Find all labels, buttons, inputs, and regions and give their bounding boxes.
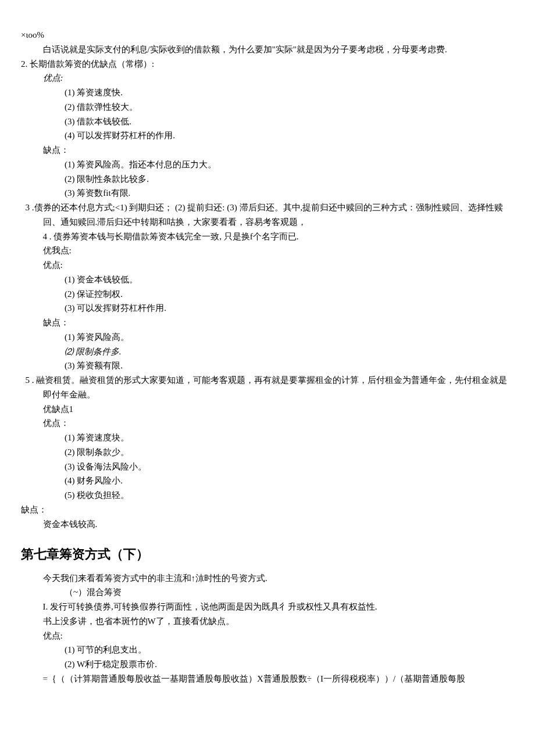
text-line: 优点: bbox=[21, 258, 514, 273]
list-item: (2) 保证控制权. bbox=[21, 287, 514, 302]
text-line: 书上没多讲，也省本斑竹的W了，直接看优缺点。 bbox=[21, 614, 514, 629]
text-line: 优我点: bbox=[21, 243, 514, 258]
text-line: 优点: bbox=[21, 629, 514, 643]
list-item: (1) 筹资风险高。指还本付息的压力大。 bbox=[21, 157, 514, 172]
list-item: (3) 设备海法风险小。 bbox=[21, 460, 514, 474]
text-line: 优点： bbox=[21, 416, 514, 431]
list-item: (5) 税收负担轻。 bbox=[21, 488, 514, 503]
text-line: 2. 长期借款筹资的优缺点（常槨）: bbox=[21, 57, 514, 71]
list-item: (3) 借款本钱较低. bbox=[21, 114, 514, 129]
text-line: 缺点： bbox=[21, 316, 514, 330]
text-line: 白话说就是实际支付的利息/实际收到的借款额，为什么要加"实际"就是因为分子要考虑… bbox=[21, 42, 514, 57]
list-item: (1) 可节的利息支出。 bbox=[21, 643, 514, 657]
text-line: 缺点： bbox=[21, 143, 514, 157]
list-item: (1) 筹资风险高。 bbox=[21, 330, 514, 345]
text-line: =｛（（计算期普通股每股收益一基期普通股每股收益）X普通股股数÷（I一所得税税率… bbox=[21, 672, 514, 686]
list-item: (1) 资金本钱较低。 bbox=[21, 273, 514, 287]
list-item: (1) 筹资速度快. bbox=[21, 85, 514, 100]
chapter-heading: 第七章筹资方式（下） bbox=[21, 544, 514, 565]
list-item: (1) 筹资速度块。 bbox=[21, 431, 514, 445]
text-line: 今天我们来看看筹资方式中的非主流和↑㳈时性的号资方式. bbox=[21, 571, 514, 586]
list-item: (2) 限制条款少。 bbox=[21, 445, 514, 460]
list-item: ⑵ 限制条件多. bbox=[21, 345, 514, 359]
list-item: (2) W利于稳定股票市价. bbox=[21, 657, 514, 672]
text-line: I. 发行可转换债券,可转换假券行两面性，说他两面是因为既具彳升或权性又具有权益… bbox=[21, 600, 514, 614]
text-line: 缺点： bbox=[21, 503, 514, 517]
list-item: (3) 筹资额有限. bbox=[21, 359, 514, 373]
list-item: (4) 财务风险小. bbox=[21, 474, 514, 488]
text-line: 3 .债券的还本付息方式;<1) 到期归还； (2) 提前归还: (3) 滞后归… bbox=[21, 200, 514, 230]
text-line: 优点: bbox=[21, 71, 514, 85]
list-item: (2) 借款弹性较大。 bbox=[21, 100, 514, 114]
text-line: 5 . 融资租赁。融资租赁的形式大家要知道，可能考客观题，再有就是要掌握租金的计… bbox=[21, 373, 514, 402]
text-line: 4 . 债券筹资本钱与长期借款筹资本钱完全一致, 只是换f个名字而已. bbox=[21, 230, 514, 244]
list-item: (4) 可以发挥财芬杠杆的作用. bbox=[21, 128, 514, 143]
text-line: （~）混合筹资 bbox=[21, 585, 514, 600]
list-item: (3) 筹资数fit有限. bbox=[21, 186, 514, 200]
text-line: 资金本钱较高. bbox=[21, 517, 514, 532]
list-item: (3) 可以发挥财芬杠杆作用. bbox=[21, 301, 514, 316]
text-line: 优缺点1 bbox=[21, 402, 514, 417]
list-item: (2) 限制性条款比较多. bbox=[21, 172, 514, 187]
text-line: ×ιoo% bbox=[21, 28, 514, 42]
